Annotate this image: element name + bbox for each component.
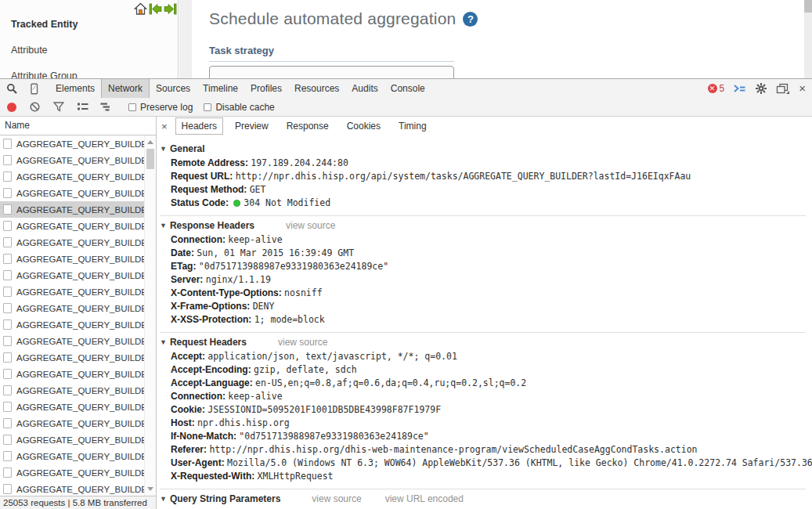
section-header[interactable]: ▼Request Headersview source [160, 334, 806, 350]
devtools-tab-sources[interactable]: Sources [150, 79, 197, 98]
request-name: AGGREGATE_QUERY_BUILDER... [16, 403, 156, 412]
header-entry: X-XSS-Protection: 1; mode=block [160, 313, 806, 327]
disable-cache-label: Disable cache [215, 102, 274, 113]
page-scrollbar[interactable] [804, 0, 812, 78]
header-name: Remote Address: [171, 157, 248, 168]
table-row[interactable]: AGGREGATE_QUERY_BUILDER... [0, 366, 144, 382]
forward-arrow-icon[interactable] [164, 2, 177, 16]
search-icon[interactable] [6, 83, 18, 95]
devtools-tab-network[interactable]: Network [101, 79, 150, 98]
devtools-tab-resources[interactable]: Resources [288, 79, 345, 98]
dock-side-icon[interactable] [776, 83, 790, 95]
error-badge[interactable]: ✕ 5 [708, 83, 725, 94]
disable-cache-toggle[interactable]: Disable cache [204, 102, 274, 113]
table-row[interactable]: AGGREGATE_QUERY_BUILDER... [0, 218, 144, 234]
table-row[interactable]: AGGREGATE_QUERY_BUILDER... [0, 448, 144, 464]
table-row[interactable]: AGGREGATE_QUERY_BUILDER... [0, 267, 144, 283]
back-arrow-icon[interactable] [149, 2, 162, 16]
sidebar-item-attribute[interactable]: Attribute [11, 45, 178, 56]
name-column-header[interactable]: Name [0, 117, 156, 135]
clear-icon[interactable] [30, 102, 53, 112]
list-view-icon[interactable] [77, 102, 100, 112]
task-strategy-label: Task strategy [209, 45, 804, 56]
header-entry: Accept: application/json, text/javascrip… [160, 350, 806, 363]
table-row[interactable]: AGGREGATE_QUERY_BUILDER... [0, 283, 144, 300]
header-name: Status Code: [171, 197, 229, 208]
sidebar-item-attribute-group[interactable]: Attribute Group [11, 71, 178, 78]
detail-tab-cookies[interactable]: Cookies [341, 117, 387, 135]
request-list-scrollbar-thumb[interactable] [146, 149, 154, 169]
table-row[interactable]: AGGREGATE_QUERY_BUILDER... [0, 431, 144, 448]
scroll-down-icon[interactable] [145, 483, 156, 495]
device-mode-icon[interactable] [28, 83, 40, 95]
table-row[interactable]: AGGREGATE_QUERY_BUILDER... [0, 135, 144, 152]
waterfall-icon[interactable] [100, 102, 124, 112]
console-drawer-icon[interactable] [733, 83, 746, 94]
task-strategy-select[interactable] [209, 66, 454, 78]
view-URL-encoded-link[interactable]: view URL encoded [385, 493, 464, 504]
table-row[interactable]: AGGREGATE_QUERY_BUILDER... [0, 349, 144, 366]
devtools-tab-timeline[interactable]: Timeline [197, 79, 244, 98]
filter-icon[interactable] [53, 102, 77, 112]
disclosure-triangle-icon[interactable]: ▼ [160, 145, 167, 153]
settings-gear-icon[interactable] [755, 82, 767, 95]
table-row[interactable]: AGGREGATE_QUERY_BUILDER... [0, 300, 144, 316]
preserve-log-toggle[interactable]: Preserve log [128, 102, 193, 113]
devtools-tab-elements[interactable]: Elements [49, 79, 101, 98]
table-row[interactable]: AGGREGATE_QUERY_BUILDER... [0, 382, 144, 399]
disable-cache-checkbox[interactable] [204, 103, 211, 111]
detail-tab-headers[interactable]: Headers [175, 117, 223, 135]
page-scrollbar-thumb[interactable] [804, 0, 812, 13]
view-source-link[interactable]: view source [312, 493, 361, 504]
detail-tab-response[interactable]: Response [280, 117, 335, 135]
section-title: General [170, 143, 205, 154]
document-icon [3, 435, 12, 445]
header-entry: Connection: keep-alive [160, 233, 806, 247]
detail-tab-timing[interactable]: Timing [392, 117, 433, 135]
table-row[interactable]: AGGREGATE_QUERY_BUILDER... [0, 464, 144, 481]
preserve-log-label: Preserve log [140, 102, 193, 113]
page-gutter [179, 0, 192, 78]
detail-tab-preview[interactable]: Preview [229, 117, 275, 135]
home-icon[interactable] [134, 2, 147, 16]
table-row[interactable]: AGGREGATE_QUERY_BUILDER... [0, 415, 144, 431]
view-source-link[interactable]: view source [278, 337, 327, 348]
close-detail-icon[interactable]: × [161, 121, 168, 132]
table-row[interactable]: AGGREGATE_QUERY_BUILDER... [0, 185, 144, 201]
document-icon [3, 254, 12, 264]
table-row[interactable]: AGGREGATE_QUERY_BUILDER... [0, 201, 144, 218]
help-icon[interactable]: ? [463, 12, 478, 27]
devtools-tab-profiles[interactable]: Profiles [244, 79, 288, 98]
header-value: Sun, 01 Mar 2015 16:39:49 GMT [197, 247, 354, 258]
table-row[interactable]: AGGREGATE_QUERY_BUILDER... [0, 152, 144, 168]
devtools-close-icon[interactable]: × [799, 83, 806, 94]
table-row[interactable]: AGGREGATE_QUERY_BUILDER... [0, 333, 144, 349]
disclosure-triangle-icon[interactable]: ▼ [160, 338, 167, 346]
header-entry: Remote Address: 197.189.204.244:80 [160, 157, 806, 170]
table-row[interactable]: AGGREGATE_QUERY_BUILDER... [0, 168, 144, 185]
page-title: Schedule automated aggregation [209, 9, 456, 28]
sidebar-item-tracked-entity[interactable]: Tracked Entity [11, 20, 178, 30]
devtools-tab-audits[interactable]: Audits [345, 79, 384, 98]
section-header[interactable]: ▼General [160, 141, 806, 157]
preserve-log-checkbox[interactable] [128, 103, 136, 111]
header-entry: If-None-Match: "0d751713988987e933198036… [160, 430, 806, 443]
section-header[interactable]: ▼Response Headersview source [160, 218, 806, 233]
document-icon [3, 287, 12, 297]
scroll-up-icon[interactable] [145, 136, 156, 148]
devtools-tab-console[interactable]: Console [384, 79, 431, 98]
document-icon [3, 171, 12, 182]
network-main: Name AGGREGATE_QUERY_BUILDER...AGGREGATE… [0, 117, 812, 509]
header-value: en-US,en;q=0.8,af;q=0.6,da;q=0.4,ru;q=0.… [255, 377, 526, 388]
disclosure-triangle-icon[interactable]: ▼ [160, 495, 167, 503]
request-list-scrollbar[interactable] [144, 135, 156, 496]
section-header[interactable]: ▼Query String Parametersview sourceview … [160, 491, 806, 507]
table-row[interactable]: AGGREGATE_QUERY_BUILDER... [0, 316, 144, 333]
table-row[interactable]: AGGREGATE_QUERY_BUILDER... [0, 481, 144, 496]
table-row[interactable]: AGGREGATE_QUERY_BUILDER... [0, 399, 144, 415]
record-button[interactable] [6, 102, 30, 113]
table-row[interactable]: AGGREGATE_QUERY_BUILDER... [0, 251, 144, 267]
view-source-link[interactable]: view source [286, 220, 335, 231]
table-row[interactable]: AGGREGATE_QUERY_BUILDER... [0, 234, 144, 251]
disclosure-triangle-icon[interactable]: ▼ [160, 222, 167, 229]
